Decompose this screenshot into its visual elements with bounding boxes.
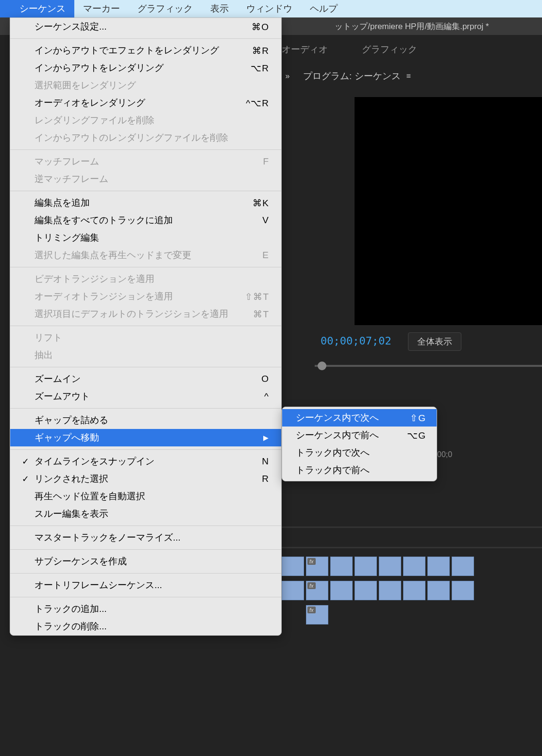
menu-item[interactable]: トリミング編集	[10, 229, 281, 247]
clip[interactable]: fx	[306, 581, 328, 600]
track-row[interactable]: fx	[282, 579, 542, 602]
menu-item-label: マッチフレーム	[34, 155, 99, 168]
menu-item[interactable]: ズームインO	[10, 370, 281, 388]
clip[interactable]	[452, 581, 474, 600]
menu-item-label: トラックの追加...	[34, 603, 107, 615]
chevron-right-icon[interactable]: »	[282, 70, 293, 82]
menu-item-label: ズームアウト	[34, 390, 90, 403]
menu-item-label: レンダリングファイルを削除	[34, 114, 154, 127]
menu-sequence[interactable]: シーケンス	[0, 0, 74, 18]
clip[interactable]	[282, 557, 304, 576]
fit-button[interactable]: 全体表示	[408, 332, 461, 351]
panel-divider[interactable]	[282, 547, 542, 548]
zoom-slider-thumb[interactable]	[318, 362, 326, 370]
track-row[interactable]: fx	[282, 555, 542, 577]
clip[interactable]	[355, 557, 377, 576]
menu-view[interactable]: 表示	[202, 0, 237, 18]
track-row[interactable]: fx	[282, 604, 542, 626]
menu-item[interactable]: シーケンス設定...⌘O	[10, 18, 281, 35]
clip[interactable]: fx	[306, 557, 328, 576]
clip[interactable]	[427, 557, 450, 576]
submenu-item-label: トラック内で前へ	[296, 464, 370, 477]
menu-item: オーディオトランジションを適用⇧⌘T	[10, 288, 281, 305]
menu-item[interactable]: マスタートラックをノーマライズ...	[10, 529, 281, 546]
menu-divider	[10, 526, 281, 526]
panel-menu-icon[interactable]: ≡	[406, 72, 411, 81]
menu-item-label: マスタートラックをノーマライズ...	[34, 531, 181, 544]
menu-divider	[10, 597, 281, 597]
clip[interactable]	[355, 581, 377, 600]
timeline-tracks[interactable]: fx fx fx	[282, 555, 542, 628]
check-icon: ✓	[22, 456, 29, 467]
timecode-display[interactable]: 00;00;07;02	[321, 335, 391, 347]
menubar: シーケンス マーカー グラフィック 表示 ウィンドウ ヘルプ	[0, 0, 542, 17]
menu-item: 抽出	[10, 346, 281, 364]
menu-item[interactable]: ギャップを詰める	[10, 411, 281, 429]
tab-audio[interactable]: オーディオ	[282, 43, 328, 56]
clip[interactable]	[403, 557, 425, 576]
menu-item[interactable]: トラックの追加...	[10, 600, 281, 618]
menu-item-label: ギャップを詰める	[34, 414, 108, 427]
clip[interactable]	[330, 557, 353, 576]
sequence-dropdown-menu: シーケンス設定...⌘Oインからアウトでエフェクトをレンダリング⌘Rインからアウ…	[10, 17, 282, 636]
submenu-item[interactable]: シーケンス内で次へ⇧G	[282, 409, 437, 427]
menu-item[interactable]: オーディオをレンダリング^⌥R	[10, 94, 281, 112]
tab-graphic[interactable]: グラフィック	[362, 43, 417, 56]
menu-item[interactable]: ズームアウト^	[10, 388, 281, 405]
menu-item[interactable]: 編集点を追加⌘K	[10, 194, 281, 212]
menu-divider	[10, 191, 281, 191]
clip[interactable]	[330, 581, 353, 600]
menu-item-label: 選択した編集点を再生ヘッドまで変更	[34, 249, 191, 262]
clip[interactable]	[403, 581, 425, 600]
menu-item: 選択した編集点を再生ヘッドまで変更E	[10, 247, 281, 264]
menu-item: 選択範囲をレンダリング	[10, 77, 281, 94]
submenu-item[interactable]: トラック内で前へ	[282, 461, 437, 479]
menu-item[interactable]: スルー編集を表示	[10, 505, 281, 523]
clip[interactable]: fx	[306, 605, 328, 625]
menu-divider	[10, 449, 281, 450]
menu-item-label: オーディオをレンダリング	[34, 97, 145, 109]
timeline-timecode: 00;0	[437, 450, 452, 459]
menu-divider	[10, 149, 281, 150]
menu-divider	[10, 326, 281, 326]
menu-shortcut: ⌥G	[407, 430, 426, 441]
submenu-item-label: シーケンス内で次へ	[296, 411, 379, 424]
menu-item-label: オートリフレームシーケンス...	[34, 579, 162, 592]
menu-item[interactable]: オートリフレームシーケンス...	[10, 576, 281, 594]
menu-item: ビデオトランジションを適用	[10, 270, 281, 288]
menu-item[interactable]: 編集点をすべてのトラックに追加V	[10, 212, 281, 229]
menu-divider	[10, 367, 281, 367]
menu-item-label: リンクされた選択	[34, 473, 108, 485]
clip[interactable]	[379, 581, 401, 600]
menu-item-label: トリミング編集	[34, 231, 99, 244]
clip[interactable]	[379, 557, 401, 576]
menu-help[interactable]: ヘルプ	[301, 0, 346, 18]
menu-graphic[interactable]: グラフィック	[129, 0, 202, 18]
menu-item-label: 選択項目にデフォルトのトランジションを適用	[34, 308, 228, 320]
menu-shortcut: ⇧⌘T	[245, 291, 269, 302]
menu-item-label: 編集点を追加	[34, 197, 90, 209]
menu-item-label: ギャップへ移動	[34, 431, 99, 444]
menu-item[interactable]: ✓タイムラインをスナップインN	[10, 453, 281, 470]
menu-item[interactable]: ✓リンクされた選択R	[10, 470, 281, 488]
submenu-item[interactable]: シーケンス内で前へ⌥G	[282, 427, 437, 444]
menu-divider	[10, 38, 281, 39]
submenu-item[interactable]: トラック内で次へ	[282, 444, 437, 461]
menu-item[interactable]: インからアウトをレンダリング⌥R	[10, 59, 281, 77]
menu-item[interactable]: サブシーケンスを作成	[10, 553, 281, 570]
panel-divider[interactable]	[282, 526, 542, 528]
clip[interactable]	[452, 557, 474, 576]
menu-divider	[10, 549, 281, 550]
menu-window[interactable]: ウィンドウ	[237, 0, 301, 18]
menu-item[interactable]: トラックの削除...	[10, 618, 281, 635]
menu-shortcut: R	[262, 474, 269, 484]
menu-item[interactable]: インからアウトでエフェクトをレンダリング⌘R	[10, 42, 281, 59]
submenu-item-label: トラック内で次へ	[296, 446, 370, 459]
clip[interactable]	[427, 581, 450, 600]
menu-item[interactable]: ギャップへ移動▶	[10, 429, 281, 446]
menu-item[interactable]: 再生ヘッド位置を自動選択	[10, 488, 281, 505]
menu-shortcut: O	[261, 374, 269, 384]
zoom-slider-track[interactable]	[315, 365, 542, 367]
clip[interactable]	[282, 581, 304, 600]
menu-marker[interactable]: マーカー	[74, 0, 129, 18]
